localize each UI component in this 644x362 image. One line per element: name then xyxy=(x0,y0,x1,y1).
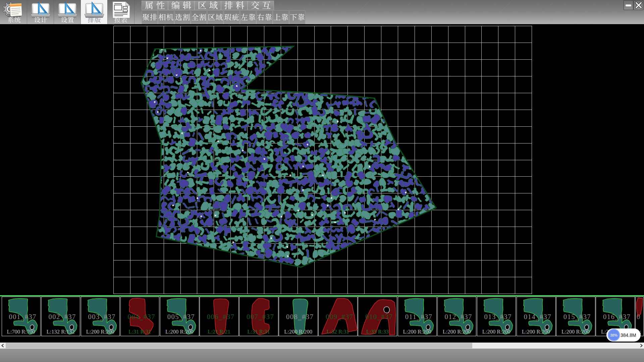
svg-text:38%: 38% xyxy=(610,333,618,337)
svg-text:006_#37: 006_#37 xyxy=(207,313,234,320)
svg-text:L:21 R:21: L:21 R:21 xyxy=(208,328,230,335)
svg-text:012_#37: 012_#37 xyxy=(444,313,472,320)
svg-text:0: 0 xyxy=(637,313,640,320)
svg-text:L:31 R:31: L:31 R:31 xyxy=(247,328,270,335)
svg-text:L:132 R:132: L:132 R:132 xyxy=(47,328,75,335)
svg-text:L:33 R:33: L:33 R:33 xyxy=(366,328,389,335)
svg-text:009_#37: 009_#37 xyxy=(326,313,353,320)
svg-text:005_#37: 005_#37 xyxy=(167,313,195,320)
svg-text:002_#37: 002_#37 xyxy=(48,313,76,320)
svg-text:L:200 R:200: L:200 R:200 xyxy=(522,328,550,335)
svg-text:001_#37: 001_#37 xyxy=(9,313,36,320)
svg-text:004_#37: 004_#37 xyxy=(128,313,155,320)
svg-text:L:200 R:200: L:200 R:200 xyxy=(86,328,114,335)
svg-text:L:31 R:31: L:31 R:31 xyxy=(128,328,151,335)
svg-text:L:200 R:200: L:200 R:200 xyxy=(284,328,312,335)
svg-text:014_#37: 014_#37 xyxy=(524,313,551,320)
svg-text:384.8M: 384.8M xyxy=(621,333,636,338)
svg-text:003_#37: 003_#37 xyxy=(88,313,116,320)
svg-text:010_#37: 010_#37 xyxy=(365,313,393,320)
svg-text:011_#37: 011_#37 xyxy=(405,313,433,320)
svg-text:L:200 R:200: L:200 R:200 xyxy=(443,328,471,335)
svg-text:L:200 R:200: L:200 R:200 xyxy=(482,328,511,335)
svg-text:008_#37: 008_#37 xyxy=(286,313,314,320)
svg-text:015_#37: 015_#37 xyxy=(564,313,591,320)
svg-text:L:200 R:200: L:200 R:200 xyxy=(165,328,194,335)
svg-text:013_#37: 013_#37 xyxy=(484,313,512,320)
svg-text:L:200 R:200: L:200 R:200 xyxy=(403,328,431,335)
svg-text:016_#37: 016_#37 xyxy=(603,313,631,320)
svg-text:L:32 R:31: L:32 R:31 xyxy=(327,328,349,335)
svg-text:L:700 R:700: L:700 R:700 xyxy=(7,328,35,335)
svg-text:L:200 R:200: L:200 R:200 xyxy=(561,328,590,335)
svg-text:007_#37: 007_#37 xyxy=(247,313,274,320)
